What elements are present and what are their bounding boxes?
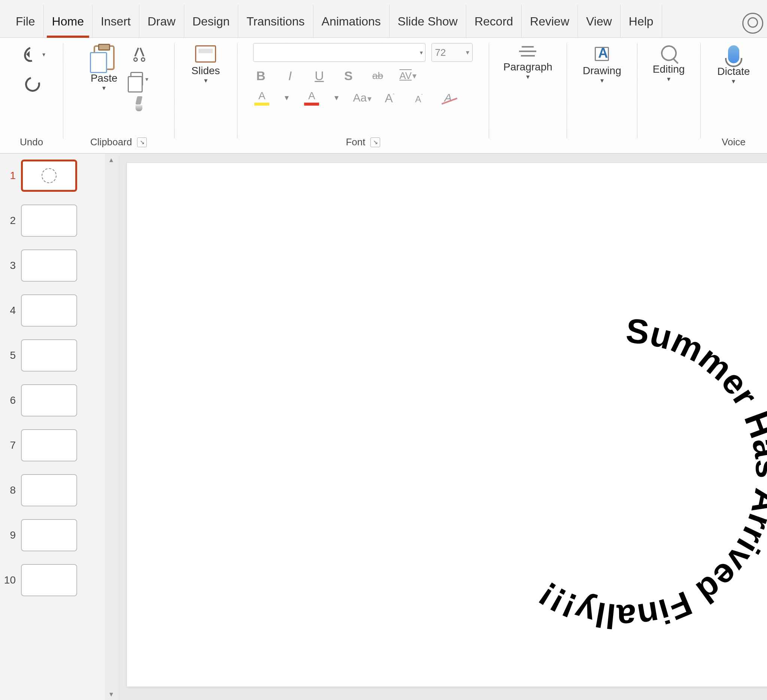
grow-font-button[interactable]: Aˆ (382, 91, 397, 105)
ribbon: ▾ Undo Paste ▾ ▾ (0, 37, 767, 154)
slide-editor[interactable]: Summer Has Arrived Finally!!! (118, 154, 767, 700)
font-name-select[interactable]: ▾ (253, 43, 425, 62)
drawing-icon: A (593, 45, 611, 62)
tab-insert[interactable]: Insert (92, 5, 139, 37)
thumbnail[interactable] (21, 159, 77, 192)
account-icon[interactable] (742, 13, 763, 34)
thumbnail-row[interactable]: 2 (2, 205, 77, 237)
thumbnail-row[interactable]: 1 (2, 159, 77, 192)
paste-button[interactable]: Paste ▾ (87, 43, 121, 92)
change-case-button[interactable]: Aa ▾ (353, 91, 368, 104)
dictate-button[interactable]: Dictate ▾ (713, 43, 754, 85)
paragraph-button[interactable]: Paragraph ▾ (500, 43, 556, 81)
chevron-down-icon: ▾ (667, 78, 670, 81)
tab-view[interactable]: View (578, 5, 621, 37)
thumbnail[interactable] (21, 564, 77, 596)
thumbnail-row[interactable]: 10 (2, 564, 77, 596)
thumbnail[interactable] (21, 519, 77, 551)
strikethrough-button[interactable]: ab (370, 70, 385, 82)
font-size-select[interactable]: 72 ▾ (431, 43, 473, 62)
thumbnail[interactable] (21, 384, 77, 417)
thumbnail-row[interactable]: 4 (2, 294, 77, 326)
chevron-down-icon: ▾ (466, 48, 469, 57)
font-color-swatch (304, 103, 319, 106)
tab-home[interactable]: Home (44, 5, 92, 37)
clear-formatting-button[interactable]: A (441, 91, 455, 104)
chevron-down-icon: ▾ (600, 79, 604, 82)
thumbnail-row[interactable]: 3 (2, 250, 77, 282)
chevron-down-icon[interactable]: ▾ (334, 93, 339, 103)
thumbnail-number: 3 (2, 259, 16, 272)
thumbnail-scrollbar[interactable]: ▴ ▾ (105, 154, 118, 700)
slides-button[interactable]: Slides ▾ (188, 43, 224, 84)
paste-label: Paste (91, 72, 118, 84)
char-spacing-button[interactable]: AV ▾ (399, 70, 414, 82)
tab-record[interactable]: Record (466, 5, 522, 37)
thumbnail[interactable] (21, 339, 77, 372)
thumbnail[interactable] (21, 429, 77, 461)
group-drawing: A Drawing ▾ . (566, 38, 637, 153)
group-undo: ▾ Undo (0, 38, 63, 153)
undo-button[interactable]: ▾ (21, 43, 45, 65)
thumbnail[interactable] (21, 474, 77, 506)
thumbnail[interactable] (21, 294, 77, 326)
tab-slide-show[interactable]: Slide Show (390, 5, 466, 37)
group-clipboard: Paste ▾ ▾ Clipboard (63, 38, 174, 153)
thumbnail-row[interactable]: 6 (2, 384, 77, 417)
tab-file[interactable]: File (8, 5, 44, 37)
scroll-down-icon[interactable]: ▾ (106, 689, 117, 699)
tab-help[interactable]: Help (621, 5, 662, 37)
thumbnail-row[interactable]: 7 (2, 429, 77, 461)
drawing-button[interactable]: A Drawing ▾ (579, 43, 625, 84)
italic-button[interactable]: I (282, 68, 298, 83)
undo-icon (21, 46, 38, 63)
slide-canvas[interactable]: Summer Has Arrived Finally!!! (127, 162, 767, 687)
tab-transitions[interactable]: Transitions (238, 5, 313, 37)
drawing-label: Drawing (583, 65, 621, 77)
tab-draw[interactable]: Draw (139, 5, 184, 37)
copy-button[interactable]: ▾ (128, 68, 151, 90)
highlight-color-button[interactable]: A (253, 90, 271, 106)
group-slides: Slides ▾ . (174, 38, 237, 153)
group-label-undo: Undo (20, 134, 43, 150)
clipboard-dialog-launcher[interactable] (137, 137, 147, 147)
font-size-value: 72 (435, 47, 446, 59)
thumbnail-row[interactable]: 9 (2, 519, 77, 551)
group-font: ▾ 72 ▾ B I U S ab AV ▾ A (237, 38, 489, 153)
underline-button[interactable]: U (312, 68, 326, 83)
cut-button[interactable] (128, 43, 151, 65)
shrink-font-button[interactable]: Aˇ (411, 91, 426, 105)
thumbnail[interactable] (21, 205, 77, 237)
group-label-clipboard: Clipboard (90, 134, 147, 150)
font-dialog-launcher[interactable] (371, 137, 380, 147)
wordart-circle-text[interactable]: Summer Has Arrived Finally!!! (457, 305, 767, 642)
editing-label: Editing (653, 63, 685, 75)
tab-design[interactable]: Design (184, 5, 239, 37)
microphone-icon (728, 45, 739, 63)
thumbnail-row[interactable]: 5 (2, 339, 77, 372)
align-icon (519, 45, 536, 59)
slides-label: Slides (191, 65, 220, 77)
thumbnail-row[interactable]: 8 (2, 474, 77, 506)
bold-button[interactable]: B (253, 68, 268, 83)
thumbnail[interactable] (21, 250, 77, 282)
text-shadow-button[interactable]: S (341, 68, 356, 83)
editing-button[interactable]: Editing ▾ (649, 43, 689, 83)
clipboard-icon (94, 45, 115, 70)
chevron-down-icon: ▾ (145, 76, 148, 83)
dictate-label: Dictate (717, 65, 750, 78)
font-color-button[interactable]: A (303, 90, 320, 106)
tab-animations[interactable]: Animations (313, 5, 390, 37)
chevron-down-icon: ▾ (412, 71, 417, 81)
scroll-up-icon[interactable]: ▴ (106, 154, 117, 165)
scissors-icon (132, 47, 147, 62)
copy-icon (130, 72, 143, 86)
chevron-down-icon: ▾ (204, 79, 207, 82)
slide-icon (195, 45, 216, 62)
ribbon-tabs: File Home Insert Draw Design Transitions… (0, 0, 767, 37)
thumbnail-number: 1 (2, 170, 16, 181)
format-painter-button[interactable] (128, 92, 151, 115)
chevron-down-icon[interactable]: ▾ (285, 93, 289, 103)
redo-button[interactable] (21, 73, 44, 95)
tab-review[interactable]: Review (522, 5, 578, 37)
